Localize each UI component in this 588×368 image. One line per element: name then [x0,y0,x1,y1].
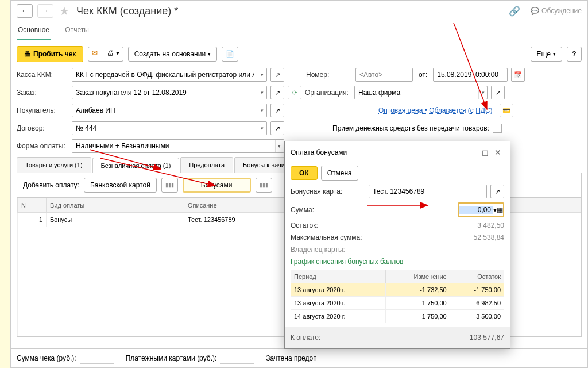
create-based-label: Создать на основании [134,50,206,58]
sum-label: Сумма: [291,206,365,214]
toolbar: 🖶 Пробить чек ✉ 🖨 ▾ Создать на основании… [11,40,587,68]
add-payment-label: Добавить оплату: [23,181,79,189]
star-icon[interactable]: ★ [59,4,69,18]
link-icon[interactable]: 🔗 [509,6,520,17]
number-field[interactable] [355,68,413,82]
close-button[interactable]: ✕ [492,146,504,159]
cell-rest: -3 500,00 [450,310,504,323]
col-change[interactable]: Изменение [385,270,450,283]
chevron-down-icon[interactable]: ▾ [478,86,487,99]
punch-check-button[interactable]: 🖶 Пробить чек [17,46,83,62]
order-field[interactable]: ▾ [72,86,267,99]
open-button[interactable]: ↗ [490,185,504,198]
nav-tabs: Основное Отчеты [11,21,587,40]
buyer-label: Покупатель: [17,106,68,114]
chevron-down-icon[interactable]: ▾ [258,104,266,117]
cell-period: 14 августа 2020 г. [291,310,386,323]
sum-value [80,352,114,364]
page-title: Чек ККМ (создание) * [76,5,178,17]
more-button[interactable]: Еще ▾ [531,47,562,62]
contract-field[interactable]: ▾ [72,121,267,135]
to-pay-bar: К оплате: 103 577,67 [285,327,510,348]
date-input[interactable] [434,71,507,79]
cell-change: -1 750,00 [385,297,450,310]
org-label: Организация: [305,89,351,97]
chevron-down-icon[interactable]: ▾ [275,140,284,152]
number-input[interactable] [356,71,412,79]
contract-label: Договор: [17,124,68,132]
bank-card-button[interactable]: Банковской картой [84,178,157,193]
table-row[interactable]: 13 августа 2020 г. -1 750,00 -6 982,50 [291,297,504,310]
bonus-button[interactable]: Бонусами [183,178,251,193]
cards-value [220,352,254,364]
table-row[interactable]: 13 августа 2020 г. -1 732,50 -1 750,00 [291,283,504,297]
help-button[interactable]: ? [567,47,582,62]
date-field[interactable] [433,68,508,82]
print-button[interactable]: 🖨 ▾ [103,47,122,62]
cancel-button[interactable]: Отмена [321,166,358,181]
order-input[interactable] [72,89,258,97]
tab-goods[interactable]: Товары и услуги (1) [17,157,91,172]
table-row[interactable]: 14 августа 2020 г. -1 750,00 -3 500,00 [291,310,504,323]
col-rest[interactable]: Остаток [450,270,504,283]
col-type[interactable]: Вид оплаты [47,198,184,213]
create-based-button[interactable]: Создать на основании ▾ [128,47,218,62]
open-button[interactable]: ↗ [270,121,284,135]
to-pay-value: 103 577,67 [470,334,504,342]
accept-label: Прием денежных средств без передачи това… [332,124,489,132]
owner-label: Владелец карты: [291,246,345,254]
kassa-field[interactable]: ▾ [72,68,267,82]
card-pay-button[interactable]: 💳 [500,103,513,117]
from-label: от: [419,71,427,79]
buyer-field[interactable]: ▾ [72,103,267,117]
cell-period: 13 августа 2020 г. [291,283,386,297]
tab-cashless[interactable]: Безналичная оплата (1) [92,158,180,173]
modal-body: ОК Отмена Бонусная карта: ↗ Сумма: ▾ ▦ О… [285,163,510,348]
discuss-link[interactable]: 💬 Обсуждение [531,7,582,15]
ok-button[interactable]: ОК [291,166,318,180]
org-input[interactable] [355,89,478,97]
header-bar: ← → ★ Чек ККМ (создание) * 🔗 💬 Обсуждени… [11,1,587,21]
chevron-down-icon: ▾ [553,51,556,57]
tab-reports[interactable]: Отчеты [64,21,90,39]
accept-checkbox[interactable] [493,124,502,133]
open-button[interactable]: ↗ [270,103,284,117]
chevron-down-icon[interactable]: ▾ [258,86,266,99]
modal-title: Оплата бонусами [291,148,479,156]
price-link[interactable]: Оптовая цена • Облагается (с НДС) [378,106,493,114]
contract-input[interactable] [72,124,258,132]
calc-icon[interactable]: ▦ [497,206,503,214]
tab-main[interactable]: Основное [17,21,51,40]
card-field[interactable] [369,185,487,198]
max-label: Максимальная сумма: [291,233,365,241]
doc-button[interactable]: 📄 [222,47,238,62]
calendar-button[interactable]: 📅 [511,68,525,82]
col-period[interactable]: Период [291,270,386,283]
org-field[interactable]: ▾ [354,86,488,99]
kassa-input[interactable] [72,71,258,79]
number-label: Номер: [306,71,352,79]
chevron-down-icon: ▾ [208,51,211,57]
open-button[interactable]: ↗ [270,68,284,82]
chat-icon: 💬 [531,7,539,15]
open-button[interactable]: ↗ [270,86,284,99]
maximize-button[interactable]: ◻ [479,146,492,159]
tab-prepay[interactable]: Предоплата [180,157,233,172]
forward-button[interactable]: → [37,4,53,18]
card-input[interactable] [369,187,486,195]
refresh-button[interactable]: ⟳ [288,86,301,99]
open-button[interactable]: ↗ [491,86,505,99]
payform-field[interactable]: ▾ [72,139,284,153]
barcode-button[interactable]: ⦀⦀⦀ [161,178,178,193]
schedule-label: График списания бонусных баллов [291,258,403,266]
chevron-down-icon[interactable]: ▾ [258,122,266,135]
col-n[interactable]: N [18,198,47,213]
mail-button[interactable]: ✉ [88,47,103,62]
chevron-down-icon[interactable]: ▾ [258,68,266,81]
sum-field[interactable]: ▾ ▦ [458,202,504,217]
buyer-input[interactable] [72,106,258,114]
sum-input[interactable] [459,206,493,214]
barcode-button-2[interactable]: ⦀⦀⦀ [256,178,272,193]
payform-input[interactable] [72,142,275,150]
back-button[interactable]: ← [17,4,33,18]
